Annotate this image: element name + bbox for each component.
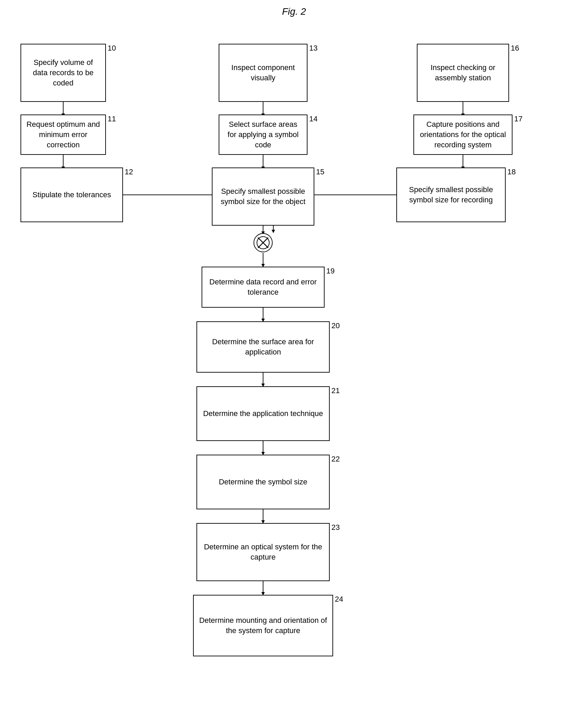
box-21: Determine the application technique [196,386,330,441]
num-13: 13 [309,44,317,53]
num-10: 10 [108,44,116,53]
box-10: Specify volume of data records to be cod… [20,44,106,102]
cross-icon [256,236,270,250]
num-12: 12 [125,168,133,176]
num-18: 18 [507,168,516,176]
box-13: Inspect component visually [219,44,307,102]
num-19: 19 [326,267,334,276]
box-19: Determine data record and error toleranc… [202,267,325,308]
box-24: Determine mounting and orientation of th… [193,595,333,656]
figure-title: Fig. 2 [0,0,588,21]
svg-marker-6 [272,230,275,233]
box-18: Specify smallest possible symbol size fo… [396,168,506,222]
num-21: 21 [331,386,340,395]
merge-circle [254,233,273,252]
box-14: Select surface areas for applying a symb… [219,115,307,155]
num-17: 17 [514,115,522,123]
num-24: 24 [335,595,343,604]
num-20: 20 [331,321,340,330]
num-11: 11 [108,115,116,123]
box-12: Stipulate the tolerances [20,168,123,222]
box-15: Specify smallest possible symbol size fo… [212,168,314,226]
num-16: 16 [511,44,519,53]
box-22: Determine the symbol size [196,455,330,509]
num-22: 22 [331,455,340,464]
box-11: Request optimum and minimum error correc… [20,115,106,155]
box-16: Inspect checking or assembly station [417,44,509,102]
box-23: Determine an optical system for the capt… [196,523,330,581]
num-14: 14 [309,115,317,123]
num-15: 15 [316,168,324,176]
diagram: Specify volume of data records to be cod… [0,21,588,723]
num-23: 23 [331,523,340,532]
box-17: Capture positions and orientations for t… [413,115,512,155]
box-20: Determine the surface area for applicati… [196,321,330,373]
